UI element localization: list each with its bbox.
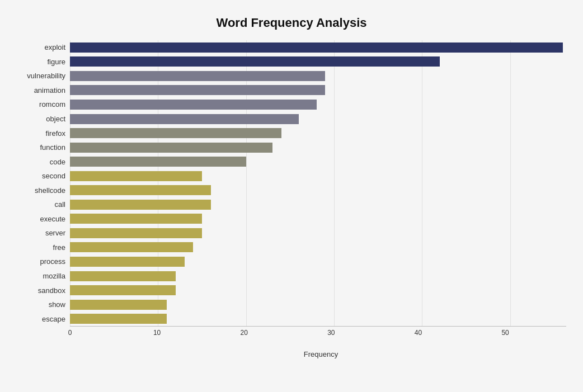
y-label-sandbox: sandbox — [38, 287, 65, 294]
y-label-process: process — [40, 258, 65, 265]
y-label-firefox: firefox — [46, 130, 65, 137]
bar-row-call — [70, 199, 572, 211]
bar-row-vulnerability — [70, 70, 572, 82]
bar-vulnerability — [70, 71, 325, 81]
bar-object — [70, 114, 299, 124]
bars-wrapper — [70, 40, 572, 326]
bar-row-escape — [70, 313, 572, 325]
bar-process — [70, 257, 185, 267]
y-label-figure: figure — [47, 58, 65, 65]
chart-container: Word Frequency Analysis exploitfigurevul… — [0, 0, 583, 392]
y-label-call: call — [54, 201, 65, 208]
bar-row-object — [70, 113, 572, 125]
bar-row-romcom — [70, 98, 572, 111]
bar-animation — [70, 85, 325, 95]
x-tick-0: 0 — [68, 329, 72, 337]
y-label-function: function — [40, 144, 65, 151]
x-axis-label: Frequency — [70, 350, 572, 358]
bar-shellcode — [70, 185, 211, 195]
y-label-server: server — [45, 229, 65, 237]
bar-romcom — [70, 100, 317, 110]
bar-mozilla — [70, 271, 176, 281]
y-label-show: show — [49, 301, 65, 308]
x-tick-20: 20 — [241, 329, 248, 337]
bar-row-exploit — [70, 41, 572, 54]
y-label-object: object — [46, 115, 65, 122]
y-label-second: second — [42, 172, 65, 180]
chart-area: exploitfigurevulnerabilityanimationromco… — [11, 40, 572, 358]
bar-row-free — [70, 241, 572, 253]
bar-sandbox — [70, 285, 176, 295]
x-tick-30: 30 — [327, 329, 335, 337]
bar-execute — [70, 214, 202, 224]
y-label-exploit: exploit — [44, 44, 65, 51]
bar-row-second — [70, 170, 572, 182]
chart-title: Word Frequency Analysis — [11, 11, 572, 30]
x-tick-50: 50 — [501, 329, 509, 337]
x-axis-line — [70, 326, 566, 327]
bar-row-function — [70, 141, 572, 154]
x-axis: 01020304050 — [70, 329, 566, 340]
bar-row-sandbox — [70, 284, 572, 296]
x-tick-10: 10 — [153, 329, 161, 337]
y-label-shellcode: shellcode — [35, 187, 65, 194]
plot-area: exploitfigurevulnerabilityanimationromco… — [11, 40, 572, 326]
y-label-escape: escape — [42, 315, 65, 323]
bar-call — [70, 200, 211, 210]
bar-row-animation — [70, 84, 572, 96]
bar-row-firefox — [70, 127, 572, 139]
bar-firefox — [70, 128, 281, 138]
bar-row-code — [70, 155, 572, 168]
bar-function — [70, 143, 272, 153]
bar-code — [70, 157, 246, 167]
bar-show — [70, 300, 167, 310]
y-label-animation: animation — [34, 87, 65, 94]
y-label-execute: execute — [40, 215, 65, 223]
y-label-mozilla: mozilla — [43, 272, 65, 280]
bar-exploit — [70, 42, 563, 53]
bar-row-process — [70, 256, 572, 268]
bar-escape — [70, 314, 167, 324]
y-label-code: code — [50, 158, 65, 166]
bar-row-figure — [70, 55, 572, 68]
bar-server — [70, 228, 202, 238]
x-tick-40: 40 — [415, 329, 422, 337]
y-label-romcom: romcom — [39, 101, 65, 108]
bar-second — [70, 171, 202, 181]
bar-row-execute — [70, 212, 572, 225]
bar-free — [70, 242, 193, 252]
bar-row-show — [70, 299, 572, 311]
bars-and-grid — [70, 40, 572, 326]
y-label-vulnerability: vulnerability — [27, 72, 65, 79]
bar-row-mozilla — [70, 270, 572, 282]
y-label-free: free — [53, 244, 65, 251]
bar-row-server — [70, 227, 572, 239]
y-labels: exploitfigurevulnerabilityanimationromco… — [11, 40, 70, 326]
bar-figure — [70, 56, 440, 67]
bar-row-shellcode — [70, 184, 572, 196]
